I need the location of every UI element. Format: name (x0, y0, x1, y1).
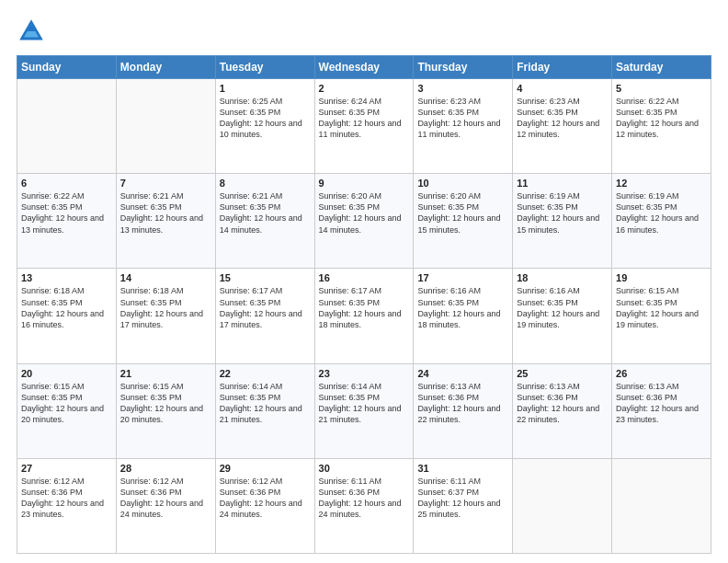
header-day-wednesday: Wednesday (314, 56, 414, 79)
day-info: Sunrise: 6:20 AMSunset: 6:35 PMDaylight:… (319, 190, 410, 236)
day-number: 4 (517, 83, 608, 94)
calendar-cell: 25Sunrise: 6:13 AMSunset: 6:36 PMDayligh… (513, 363, 612, 458)
calendar-cell: 18Sunrise: 6:16 AMSunset: 6:35 PMDayligh… (513, 269, 612, 363)
calendar-cell: 12Sunrise: 6:19 AMSunset: 6:35 PMDayligh… (612, 174, 711, 269)
page: SundayMondayTuesdayWednesdayThursdayFrid… (0, 0, 728, 563)
header-day-tuesday: Tuesday (215, 56, 314, 79)
header-day-thursday: Thursday (414, 56, 513, 79)
day-info: Sunrise: 6:19 AMSunset: 6:35 PMDaylight:… (517, 190, 608, 236)
calendar-cell: 14Sunrise: 6:18 AMSunset: 6:35 PMDayligh… (116, 269, 215, 363)
day-info: Sunrise: 6:13 AMSunset: 6:36 PMDaylight:… (616, 381, 707, 426)
logo-icon (17, 17, 46, 46)
day-info: Sunrise: 6:23 AMSunset: 6:35 PMDaylight:… (517, 96, 608, 141)
logo (17, 17, 50, 46)
calendar-cell: 26Sunrise: 6:13 AMSunset: 6:36 PMDayligh… (612, 363, 711, 458)
calendar-week-1: 6Sunrise: 6:22 AMSunset: 6:35 PMDaylight… (17, 174, 711, 269)
calendar-cell: 13Sunrise: 6:18 AMSunset: 6:35 PMDayligh… (17, 269, 117, 363)
day-info: Sunrise: 6:15 AMSunset: 6:35 PMDaylight:… (120, 381, 211, 426)
day-number: 9 (319, 178, 410, 189)
day-info: Sunrise: 6:17 AMSunset: 6:35 PMDaylight:… (319, 285, 410, 330)
header (17, 17, 711, 46)
day-info: Sunrise: 6:16 AMSunset: 6:35 PMDaylight:… (517, 285, 608, 330)
day-number: 2 (319, 83, 410, 94)
day-number: 14 (120, 272, 211, 283)
day-info: Sunrise: 6:22 AMSunset: 6:35 PMDaylight:… (616, 96, 707, 141)
day-info: Sunrise: 6:19 AMSunset: 6:35 PMDaylight:… (616, 190, 707, 236)
calendar-week-3: 20Sunrise: 6:15 AMSunset: 6:35 PMDayligh… (17, 363, 711, 458)
day-number: 13 (21, 272, 112, 283)
day-info: Sunrise: 6:21 AMSunset: 6:35 PMDaylight:… (220, 190, 311, 236)
day-info: Sunrise: 6:22 AMSunset: 6:35 PMDaylight:… (21, 190, 112, 236)
calendar-cell: 1Sunrise: 6:25 AMSunset: 6:35 PMDaylight… (215, 79, 314, 174)
calendar-cell: 29Sunrise: 6:12 AMSunset: 6:36 PMDayligh… (215, 458, 314, 553)
day-info: Sunrise: 6:15 AMSunset: 6:35 PMDaylight:… (21, 381, 112, 426)
day-number: 11 (517, 178, 608, 189)
day-info: Sunrise: 6:21 AMSunset: 6:35 PMDaylight:… (120, 190, 211, 236)
day-info: Sunrise: 6:12 AMSunset: 6:36 PMDaylight:… (220, 476, 311, 521)
day-info: Sunrise: 6:11 AMSunset: 6:36 PMDaylight:… (319, 476, 410, 521)
calendar-cell: 6Sunrise: 6:22 AMSunset: 6:35 PMDaylight… (17, 174, 117, 269)
header-day-sunday: Sunday (17, 56, 117, 79)
day-number: 8 (220, 178, 311, 189)
day-info: Sunrise: 6:16 AMSunset: 6:35 PMDaylight:… (417, 285, 508, 330)
calendar-header-row: SundayMondayTuesdayWednesdayThursdayFrid… (17, 56, 711, 79)
day-info: Sunrise: 6:25 AMSunset: 6:35 PMDaylight:… (220, 96, 311, 141)
day-info: Sunrise: 6:18 AMSunset: 6:35 PMDaylight:… (120, 285, 211, 330)
day-number: 20 (21, 368, 112, 379)
calendar-cell: 10Sunrise: 6:20 AMSunset: 6:35 PMDayligh… (414, 174, 513, 269)
calendar-cell (612, 458, 711, 553)
calendar-cell: 9Sunrise: 6:20 AMSunset: 6:35 PMDaylight… (314, 174, 414, 269)
calendar-week-4: 27Sunrise: 6:12 AMSunset: 6:36 PMDayligh… (17, 458, 711, 553)
day-number: 17 (417, 272, 508, 283)
calendar-cell: 15Sunrise: 6:17 AMSunset: 6:35 PMDayligh… (215, 269, 314, 363)
header-day-monday: Monday (116, 56, 215, 79)
header-day-saturday: Saturday (612, 56, 711, 79)
day-number: 30 (319, 463, 410, 474)
calendar-week-2: 13Sunrise: 6:18 AMSunset: 6:35 PMDayligh… (17, 269, 711, 363)
day-number: 21 (120, 368, 211, 379)
day-info: Sunrise: 6:13 AMSunset: 6:36 PMDaylight:… (417, 381, 508, 426)
calendar-week-0: 1Sunrise: 6:25 AMSunset: 6:35 PMDaylight… (17, 79, 711, 174)
calendar-cell: 22Sunrise: 6:14 AMSunset: 6:35 PMDayligh… (215, 363, 314, 458)
calendar-cell: 27Sunrise: 6:12 AMSunset: 6:36 PMDayligh… (17, 458, 117, 553)
day-number: 23 (319, 368, 410, 379)
day-number: 24 (417, 368, 508, 379)
day-number: 10 (417, 178, 508, 189)
day-number: 27 (21, 463, 112, 474)
day-info: Sunrise: 6:14 AMSunset: 6:35 PMDaylight:… (319, 381, 410, 426)
day-number: 22 (220, 368, 311, 379)
day-number: 19 (616, 272, 707, 283)
calendar-table: SundayMondayTuesdayWednesdayThursdayFrid… (17, 55, 711, 554)
day-info: Sunrise: 6:18 AMSunset: 6:35 PMDaylight:… (21, 285, 112, 330)
day-info: Sunrise: 6:23 AMSunset: 6:35 PMDaylight:… (417, 96, 508, 141)
day-number: 15 (220, 272, 311, 283)
calendar-cell: 23Sunrise: 6:14 AMSunset: 6:35 PMDayligh… (314, 363, 414, 458)
calendar-cell (17, 79, 117, 174)
calendar-cell: 8Sunrise: 6:21 AMSunset: 6:35 PMDaylight… (215, 174, 314, 269)
calendar-cell: 2Sunrise: 6:24 AMSunset: 6:35 PMDaylight… (314, 79, 414, 174)
calendar-cell: 16Sunrise: 6:17 AMSunset: 6:35 PMDayligh… (314, 269, 414, 363)
day-number: 12 (616, 178, 707, 189)
day-info: Sunrise: 6:14 AMSunset: 6:35 PMDaylight:… (220, 381, 311, 426)
day-number: 31 (417, 463, 508, 474)
calendar-cell: 30Sunrise: 6:11 AMSunset: 6:36 PMDayligh… (314, 458, 414, 553)
day-number: 3 (417, 83, 508, 94)
day-number: 7 (120, 178, 211, 189)
calendar-cell: 19Sunrise: 6:15 AMSunset: 6:35 PMDayligh… (612, 269, 711, 363)
calendar-cell: 17Sunrise: 6:16 AMSunset: 6:35 PMDayligh… (414, 269, 513, 363)
day-info: Sunrise: 6:24 AMSunset: 6:35 PMDaylight:… (319, 96, 410, 141)
day-number: 26 (616, 368, 707, 379)
calendar-cell: 20Sunrise: 6:15 AMSunset: 6:35 PMDayligh… (17, 363, 117, 458)
day-info: Sunrise: 6:13 AMSunset: 6:36 PMDaylight:… (517, 381, 608, 426)
day-number: 16 (319, 272, 410, 283)
day-info: Sunrise: 6:11 AMSunset: 6:37 PMDaylight:… (417, 476, 508, 521)
calendar-cell: 3Sunrise: 6:23 AMSunset: 6:35 PMDaylight… (414, 79, 513, 174)
calendar-cell: 7Sunrise: 6:21 AMSunset: 6:35 PMDaylight… (116, 174, 215, 269)
calendar-cell: 21Sunrise: 6:15 AMSunset: 6:35 PMDayligh… (116, 363, 215, 458)
day-number: 1 (220, 83, 311, 94)
calendar-cell (116, 79, 215, 174)
calendar-cell: 24Sunrise: 6:13 AMSunset: 6:36 PMDayligh… (414, 363, 513, 458)
day-number: 28 (120, 463, 211, 474)
calendar-cell: 5Sunrise: 6:22 AMSunset: 6:35 PMDaylight… (612, 79, 711, 174)
calendar-cell (513, 458, 612, 553)
